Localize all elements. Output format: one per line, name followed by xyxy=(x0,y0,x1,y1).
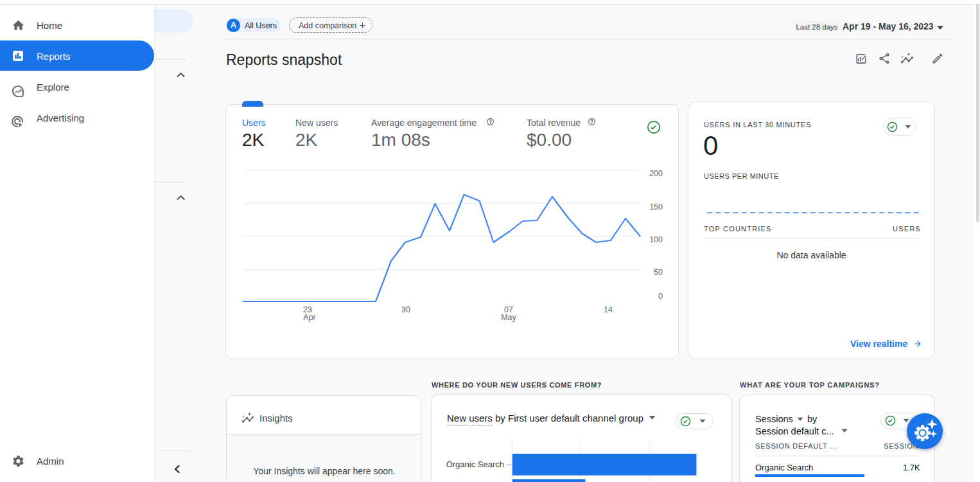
svg-text:30: 30 xyxy=(401,305,410,314)
svg-text:100: 100 xyxy=(649,235,663,244)
svg-text:May: May xyxy=(501,313,516,322)
svg-text:50: 50 xyxy=(654,268,663,277)
svg-text:Apr: Apr xyxy=(303,313,315,322)
svg-text:0: 0 xyxy=(658,292,663,301)
svg-text:Organic Search: Organic Search xyxy=(446,460,504,469)
svg-text:14: 14 xyxy=(604,305,613,314)
svg-text:200: 200 xyxy=(649,169,663,178)
svg-text:150: 150 xyxy=(649,202,663,211)
